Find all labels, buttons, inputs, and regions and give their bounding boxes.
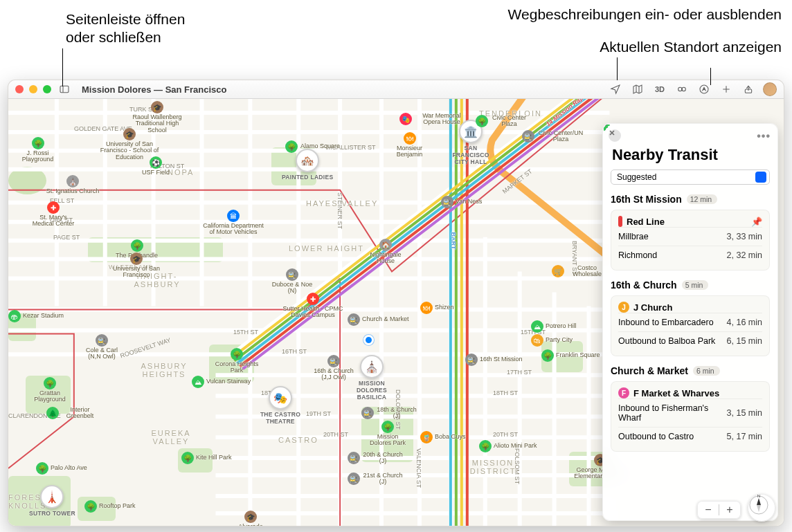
poi-corona[interactable]: 🌳Corona Heights Park xyxy=(213,348,261,374)
poi-castro-theatre[interactable]: 🎭THE CASTRO THEATRE xyxy=(256,386,305,425)
card-menu-button[interactable]: ••• xyxy=(757,130,771,143)
svg-marker-51 xyxy=(757,498,761,505)
poi-grattan[interactable]: 🌳Grattan Playground xyxy=(29,377,71,403)
poi-duboce-noe[interactable]: 🚉Duboce & Noe (N) xyxy=(268,268,316,295)
zoom-out-button[interactable]: − xyxy=(698,501,719,519)
poi-ignatius[interactable]: ⛪St. Ignatius Church xyxy=(45,175,100,194)
compass-button[interactable]: N xyxy=(748,494,775,522)
poi-usf-field[interactable]: ⚽USF Field xyxy=(142,156,170,176)
poi-potrero[interactable]: ⛰Potrero Hill xyxy=(531,320,577,333)
poi-monsieur[interactable]: 🍽Monsieur Benjamin xyxy=(390,132,429,158)
pin-icon[interactable]: 📌 xyxy=(751,217,762,227)
red-line-badge xyxy=(618,216,622,227)
st-folsom: FOLSOM ST xyxy=(514,448,521,484)
nearby-transit-card: ••• Nearby Transit Suggested 16th St Mis… xyxy=(602,123,778,521)
account-avatar[interactable] xyxy=(763,82,777,96)
walk-badge: 6 min xyxy=(693,366,720,376)
poi-alioto[interactable]: 🌳Alioto Mini Park xyxy=(479,440,537,452)
poi-kezar[interactable]: 🏟Kezar Stadium xyxy=(8,310,64,322)
callout-directions-text: Wegbeschreibungen ein- oder ausblenden xyxy=(508,6,782,22)
current-location-button[interactable] xyxy=(608,82,623,96)
poi-dmv[interactable]: 🏛California Department of Motor Vehicles xyxy=(202,210,264,236)
poi-alvarado[interactable]: 🎓Alvarado Elementary School xyxy=(223,511,278,526)
chevron-updown-icon xyxy=(755,172,766,183)
poi-church-market[interactable]: 🚉Church & Market xyxy=(348,313,409,326)
bart-label: BART xyxy=(450,232,457,250)
svg-point-5 xyxy=(682,87,685,91)
poi-vanness[interactable]: 🚉Van Ness xyxy=(441,196,482,208)
sort-selector-label: Suggested xyxy=(617,172,656,182)
sort-selector[interactable]: Suggested xyxy=(611,169,770,185)
walk-badge: 5 min xyxy=(682,280,709,290)
poi-colecarl[interactable]: 🚉Cole & Carl (N,N Owl) xyxy=(81,334,123,360)
dest-row[interactable]: Millbrae3, 33 min xyxy=(618,227,762,246)
poi-party[interactable]: 🛍Party City xyxy=(531,334,573,347)
poi-rooftop[interactable]: 🌳Rooftop Park xyxy=(84,500,136,513)
poi-franklin[interactable]: 🌳Franklin Square xyxy=(541,349,600,362)
poi-painted-ladies[interactable]: 🏘️PAINTED LADIES xyxy=(282,149,333,181)
line-label: Red Line xyxy=(627,217,665,227)
close-window-button[interactable] xyxy=(15,85,24,93)
map-canvas[interactable]: NOPA HAYES VALLEY TENDERLOIN LOWER HAIGH… xyxy=(8,99,784,526)
callout-sidebar: Seitenleiste öffnen oder schließen xyxy=(66,10,218,47)
poi-vulcan[interactable]: ⛰Vulcan Stairway xyxy=(192,376,251,388)
poi-kitehill[interactable]: 🌳Kite Hill Park xyxy=(181,452,232,464)
poi-paloalto[interactable]: 🌳Palo Alto Ave xyxy=(36,462,87,475)
poi-costco[interactable]: 🛒Costco Wholesale xyxy=(552,265,608,278)
poi-21church[interactable]: 🚉21st & Church (J) xyxy=(348,473,404,486)
poi-interior[interactable]: 🌲Interior Greenbelt xyxy=(46,407,99,420)
station-name: 16th & Church xyxy=(611,279,677,291)
maps-window: Mission Dolores — San Francisco 3D xyxy=(8,80,784,526)
walk-badge: 12 min xyxy=(687,194,718,204)
poi-stmarys[interactable]: ✚St. Mary's Medical Center xyxy=(29,201,78,228)
poi-nightingale[interactable]: 🏠Nightingale House xyxy=(365,239,406,265)
share-button[interactable] xyxy=(741,82,756,96)
poi-opera[interactable]: 🎭War Memorial Opera House xyxy=(399,113,469,126)
look-around-button[interactable] xyxy=(674,82,690,96)
line-j[interactable]: JJ Church Inbound to Embarcadero4, 16 mi… xyxy=(611,295,770,356)
dest-row[interactable]: Outbound to Castro5, 17 min xyxy=(618,427,762,446)
map-mode-button[interactable] xyxy=(630,82,645,96)
dest-row[interactable]: Inbound to Fisherman's Wharf3, 15 min xyxy=(618,398,762,427)
poi-boba[interactable]: 🧋Boba Guys xyxy=(420,431,466,443)
poi-cpmc[interactable]: ✚Sutter Health - CPMC Davies Campus xyxy=(282,293,344,319)
poi-alamo[interactable]: 🌳Alamo Square xyxy=(285,140,340,153)
line-f[interactable]: FF Market & Wharves Inbound to Fisherman… xyxy=(611,381,770,452)
poi-sutro-tower[interactable]: 🗼SUTRO TOWER xyxy=(29,485,75,517)
callout-sidebar-text: Seitenleiste öffnen oder schließen xyxy=(66,10,218,47)
poi-civic-un[interactable]: 🚉Civic Center/UN Plaza xyxy=(522,130,585,143)
poi-20church[interactable]: 🚉20th & Church (J) xyxy=(348,452,404,465)
fullscreen-window-button[interactable] xyxy=(43,85,51,93)
line-label: F Market & Wharves xyxy=(633,388,719,398)
area-lowerhaight: LOWER HAIGHT xyxy=(289,244,364,253)
sidebar-toggle-button[interactable] xyxy=(57,82,72,96)
station-name: 16th St Mission xyxy=(611,194,682,205)
st-19b: 20TH ST xyxy=(493,431,518,438)
poi-usf[interactable]: 🎓University of San Francisco xyxy=(109,253,164,279)
st-14: 15TH ST xyxy=(233,329,258,336)
minimize-window-button[interactable] xyxy=(29,85,37,93)
st-16: 17TH ST xyxy=(507,369,532,376)
station-16th-church: 16th & Church 5 min JJ Church Inbound to… xyxy=(611,279,770,356)
poi-dolores-park[interactable]: 🌳Mission Dolores Park xyxy=(367,421,408,447)
poi-16church[interactable]: 🚉16th & Church (J,J Owl) xyxy=(309,355,358,381)
st-valencia: VALENCIA ST xyxy=(415,448,422,488)
svg-marker-52 xyxy=(757,505,761,512)
area-eureka: EUREKA VALLEY xyxy=(147,429,195,446)
zoom-in-button[interactable]: + xyxy=(719,501,740,519)
poi-16mission[interactable]: 🚉16th St Mission xyxy=(465,354,523,366)
poi-rossi[interactable]: 🌳J. Rossi Playground xyxy=(19,137,57,163)
add-button[interactable] xyxy=(719,82,734,96)
dest-row[interactable]: Outbound to Balboa Park6, 15 min xyxy=(618,331,762,350)
3d-button[interactable]: 3D xyxy=(652,82,667,96)
dest-row[interactable]: Inbound to Embarcadero4, 16 min xyxy=(618,313,762,331)
line-red[interactable]: Red Line📌 Millbrae3, 33 min Richmond2, 3… xyxy=(611,210,770,270)
poi-18church[interactable]: 🚉18th & Church (J) xyxy=(361,407,417,420)
svg-rect-0 xyxy=(60,86,69,92)
dest-row[interactable]: Richmond2, 32 min xyxy=(618,246,762,264)
poi-shizen[interactable]: 🍽Shizen xyxy=(420,302,454,314)
station-name: Church & Market xyxy=(611,365,688,376)
directions-button[interactable] xyxy=(696,82,712,96)
poi-civic-plaza[interactable]: 🌳Civic Center Plaza xyxy=(476,115,528,128)
line-label: J Church xyxy=(633,302,672,313)
